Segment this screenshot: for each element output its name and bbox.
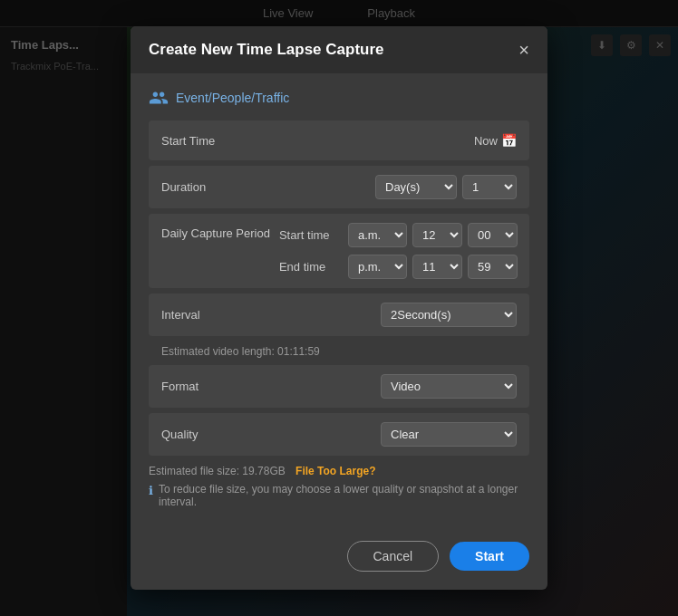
file-too-large-warning: File Too Large?: [295, 465, 375, 477]
create-timelapse-dialog: Create New Time Lapse Capture × Event/Pe…: [131, 26, 547, 590]
duration-row: Duration Day(s) Hour(s) Minute(s) 1 2 3 …: [149, 166, 529, 208]
start-time-controls: Now 📅: [474, 133, 517, 148]
daily-start-ampm-select[interactable]: a.m. p.m.: [348, 223, 407, 247]
file-size-row: Estimated file size: 19.78GB File Too La…: [149, 461, 529, 481]
dialog-title: Create New Time Lapse Capture: [149, 41, 384, 59]
daily-capture-period-row: Daily Capture Period Start time a.m. p.m…: [149, 214, 529, 288]
format-row: Format Video Snapshot: [149, 365, 529, 408]
daily-start-time-row: Start time a.m. p.m. 12 1 2 3 4: [279, 223, 518, 247]
dialog-footer: Cancel Start: [131, 534, 547, 590]
daily-times: Start time a.m. p.m. 12 1 2 3 4: [279, 223, 518, 279]
modal-overlay: Create New Time Lapse Capture × Event/Pe…: [0, 0, 678, 616]
start-button[interactable]: Start: [450, 542, 529, 571]
quality-row: Quality Clear Standard Fluent: [149, 413, 529, 456]
daily-start-hour-select[interactable]: 12 1 2 3 4 5 6 7 8 9 10: [412, 223, 462, 247]
start-time-row: Start Time Now 📅: [149, 120, 529, 160]
calendar-icon[interactable]: 📅: [501, 133, 517, 148]
daily-start-min-select[interactable]: 00 15 30 45 59: [468, 223, 518, 247]
duration-num-select[interactable]: 1 2 3 4 5: [462, 175, 517, 199]
daily-capture-label: Daily Capture Period: [161, 223, 270, 240]
interval-controls: 2Second(s) 5Second(s) 10Second(s) 30Seco…: [381, 303, 517, 327]
start-time-label: Start Time: [161, 134, 279, 148]
daily-end-ampm-select[interactable]: a.m. p.m.: [348, 255, 407, 279]
dialog-close-button[interactable]: ×: [518, 41, 529, 59]
interval-label: Interval: [161, 308, 279, 322]
estimated-file-text: Estimated file size: 19.78GB: [149, 465, 286, 477]
format-select[interactable]: Video Snapshot: [381, 374, 517, 399]
estimated-length-text: Estimated video length: 01:11:59: [161, 345, 320, 358]
daily-start-time-label: Start time: [279, 228, 343, 242]
start-time-value: Now 📅: [474, 133, 517, 148]
duration-unit-select[interactable]: Day(s) Hour(s) Minute(s): [375, 175, 457, 199]
format-label: Format: [161, 380, 279, 393]
estimated-length: Estimated video length: 01:11:59: [149, 342, 529, 361]
people-traffic-icon: [149, 88, 169, 108]
interval-row: Interval 2Second(s) 5Second(s) 10Second(…: [149, 294, 529, 336]
quality-label: Quality: [161, 428, 279, 441]
start-time-now-text: Now: [474, 134, 498, 148]
quality-select[interactable]: Clear Standard Fluent: [381, 422, 517, 447]
format-controls: Video Snapshot: [381, 374, 517, 399]
daily-capture-inner: Daily Capture Period Start time a.m. p.m…: [161, 223, 517, 279]
daily-end-time-row: End time a.m. p.m. 1 2 3 4 5: [279, 255, 518, 279]
daily-end-hour-select[interactable]: 1 2 3 4 5 6 7 8 9 10 11: [412, 255, 462, 279]
quality-controls: Clear Standard Fluent: [381, 422, 517, 447]
daily-end-time-label: End time: [279, 260, 343, 274]
info-icon: ℹ: [149, 484, 153, 497]
category-row: Event/People/Traffic: [149, 88, 529, 108]
file-warning-detail: ℹ To reduce file size, you may choose a …: [149, 481, 529, 519]
category-label: Event/People/Traffic: [176, 91, 289, 105]
duration-controls: Day(s) Hour(s) Minute(s) 1 2 3 4 5: [375, 175, 517, 199]
interval-select[interactable]: 2Second(s) 5Second(s) 10Second(s) 30Seco…: [381, 303, 517, 327]
dialog-header: Create New Time Lapse Capture ×: [131, 26, 547, 73]
cancel-button[interactable]: Cancel: [347, 541, 440, 572]
dialog-body: Event/People/Traffic Start Time Now 📅 Du…: [131, 73, 547, 534]
duration-label: Duration: [161, 180, 279, 194]
daily-end-min-select[interactable]: 00 15 30 45 59: [468, 255, 518, 279]
warning-detail-text: To reduce file size, you may choose a lo…: [159, 483, 529, 508]
